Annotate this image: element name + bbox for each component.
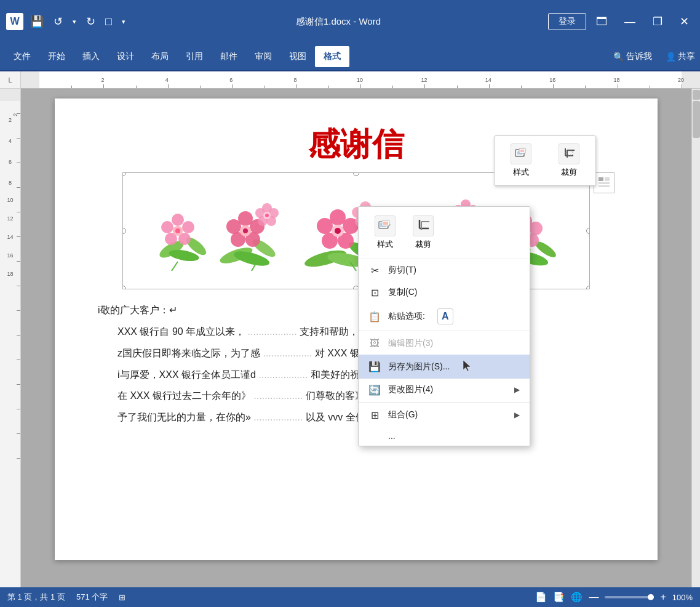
minimize-button[interactable]: — xyxy=(619,14,640,30)
menu-references[interactable]: 引用 xyxy=(177,46,212,67)
ctx-cut-label: 剪切(T) xyxy=(388,265,416,276)
paste-icon: 📋 xyxy=(368,310,381,323)
zoom-slider[interactable] xyxy=(605,596,654,598)
vertical-ruler: 2 2 4 6 8 10 12 14 16 18 xyxy=(0,89,21,587)
menu-view[interactable]: 视图 xyxy=(280,46,315,67)
doc-icon[interactable]: ⊞ xyxy=(119,593,125,602)
style-icon xyxy=(511,143,531,164)
ctx-style-label: 样式 xyxy=(377,239,393,250)
para2: z国庆假日即将来临之际，为了感 .................. 对 XXX… xyxy=(98,345,614,363)
zoom-plus-button[interactable]: + xyxy=(660,592,666,603)
para5-start: 予了我们无比的力量，在你的» xyxy=(117,412,251,422)
ctx-copy-label: 复制(C) xyxy=(388,287,417,298)
crop-label: 裁剪 xyxy=(561,167,577,178)
menu-design[interactable]: 设计 xyxy=(108,46,143,67)
handle-top-left[interactable] xyxy=(122,172,126,176)
group-arrow: ▶ xyxy=(514,411,520,419)
zoom-thumb[interactable] xyxy=(648,594,654,600)
document-area[interactable]: 感谢信 xyxy=(21,89,691,587)
ctx-group[interactable]: ⊞ 组合(G) ▶ xyxy=(359,404,530,426)
page-info: 第 1 页，共 1 页 xyxy=(7,592,65,603)
restore-button[interactable]: ❐ xyxy=(648,14,667,30)
menu-layout[interactable]: 布局 xyxy=(143,46,177,67)
svg-point-15 xyxy=(182,221,194,233)
svg-point-20 xyxy=(175,228,180,233)
menu-file[interactable]: 文件 xyxy=(5,46,39,67)
menu-review[interactable]: 审阅 xyxy=(246,46,280,67)
cursor-indicator xyxy=(462,360,472,374)
quick-extra2-button[interactable]: ▾ xyxy=(119,17,129,27)
ctx-cut[interactable]: ✂ 剪切(T) xyxy=(359,259,530,281)
ctx-save-as-picture[interactable]: 💾 另存为图片(S)... xyxy=(359,355,530,379)
ctx-change-image[interactable]: 🔄 更改图片(4) ▶ xyxy=(359,379,530,401)
search-icon: 🔍 xyxy=(613,52,624,62)
layout-options-button[interactable] xyxy=(594,172,614,193)
scrollbar-thumb[interactable] xyxy=(693,101,700,138)
ribbon-toggle-button[interactable]: 🗖 xyxy=(591,14,612,30)
menu-insert[interactable]: 插入 xyxy=(74,46,108,67)
ruler-gray-right xyxy=(682,71,700,88)
svg-point-45 xyxy=(317,218,333,234)
web-mode-icon[interactable]: 🌐 xyxy=(571,592,583,603)
change-image-icon: 🔄 xyxy=(368,384,381,396)
ctx-crop-icon xyxy=(413,215,434,236)
quick-extra-button[interactable]: □ xyxy=(102,14,115,30)
ruler-gray-left xyxy=(21,71,39,88)
ctx-edit-image-label: 编辑图片(3) xyxy=(388,338,433,349)
undo-quick-button[interactable]: ↺ xyxy=(50,14,66,30)
para5-mid: 以及 vvv 全体 xyxy=(306,412,365,422)
read-mode-icon[interactable]: 📄 xyxy=(535,592,547,603)
para1: XXX 银行自 90 年成立以来， .................. 支持和… xyxy=(98,323,614,341)
close-button[interactable]: ✕ xyxy=(675,14,694,30)
paste-sub-icon[interactable]: A xyxy=(437,308,453,324)
menu-format[interactable]: 格式 xyxy=(315,46,349,67)
ctx-style-icon xyxy=(375,215,396,236)
para1-start: XXX 银行自 90 年成立以来， xyxy=(117,326,245,337)
svg-rect-87 xyxy=(599,177,603,181)
zoom-minus-button[interactable]: — xyxy=(589,592,599,603)
ctx-more[interactable]: ... xyxy=(359,426,530,446)
ctx-style-button[interactable]: 样式 xyxy=(366,212,404,254)
search-area[interactable]: 🔍 告诉我 xyxy=(613,51,652,62)
undo-dropdown-button[interactable]: ▾ xyxy=(70,17,79,27)
svg-rect-3 xyxy=(520,150,524,152)
para3-mid: 和美好的祝 xyxy=(311,369,360,380)
style-label: 样式 xyxy=(513,167,529,178)
login-button[interactable]: 登录 xyxy=(548,13,586,30)
handle-bottom-right[interactable] xyxy=(586,286,590,289)
ctx-paste[interactable]: 📋 粘贴选项: A xyxy=(359,304,530,329)
divider1 xyxy=(359,331,530,331)
vertical-scrollbar[interactable] xyxy=(691,89,700,587)
zoom-level: 100% xyxy=(672,593,693,602)
status-right: 📄 📑 🌐 — + 100% xyxy=(535,592,693,603)
svg-rect-90 xyxy=(599,185,610,187)
handle-middle-left[interactable] xyxy=(122,228,126,234)
image-style-button[interactable]: 样式 xyxy=(502,140,540,182)
menu-mail[interactable]: 邮件 xyxy=(212,46,246,67)
horizontal-ruler: 2 4 6 8 10 12 14 16 18 xyxy=(21,71,700,89)
divider2 xyxy=(359,402,530,403)
ctx-crop-button[interactable]: 裁剪 xyxy=(404,212,442,254)
redo-quick-button[interactable]: ↻ xyxy=(83,14,98,30)
menu-home[interactable]: 开始 xyxy=(39,46,74,67)
print-mode-icon[interactable]: 📑 xyxy=(553,592,565,603)
menu-bar: 文件 开始 插入 设计 布局 引用 邮件 审阅 视图 格式 🔍 告诉我 👤 共享 xyxy=(0,43,700,71)
save-as-icon: 💾 xyxy=(368,361,381,373)
context-menu: 样式 裁剪 ✂ 剪切(T) ⊡ 复制(C) 📋 粘贴选项: A xyxy=(358,206,530,446)
ruler-corner: L xyxy=(0,71,21,89)
share-button[interactable]: 👤 共享 xyxy=(666,51,695,62)
ctx-more-label: ... xyxy=(388,431,396,441)
handle-bottom-left[interactable] xyxy=(122,286,126,289)
group-icon: ⊞ xyxy=(368,409,381,421)
save-quick-button[interactable]: 💾 xyxy=(27,14,47,30)
title-center: 感谢信1.docx - Word xyxy=(129,16,548,28)
image-crop-button[interactable]: 裁剪 xyxy=(550,140,588,182)
ctx-paste-label: 粘贴选项: xyxy=(388,311,425,322)
para3-start: i与厚爱，XXX 银行全体员工谨d xyxy=(117,369,256,380)
ruler-container: L 2 4 6 8 10 12 14 xyxy=(0,71,700,89)
title-right: 🗖 — ❐ ✕ xyxy=(591,14,694,30)
para3: i与厚爱，XXX 银行全体员工谨d .................. 和美好… xyxy=(98,366,614,384)
ctx-copy[interactable]: ⊡ 复制(C) xyxy=(359,281,530,304)
svg-point-76 xyxy=(529,222,543,235)
handle-middle-right[interactable] xyxy=(586,228,590,234)
